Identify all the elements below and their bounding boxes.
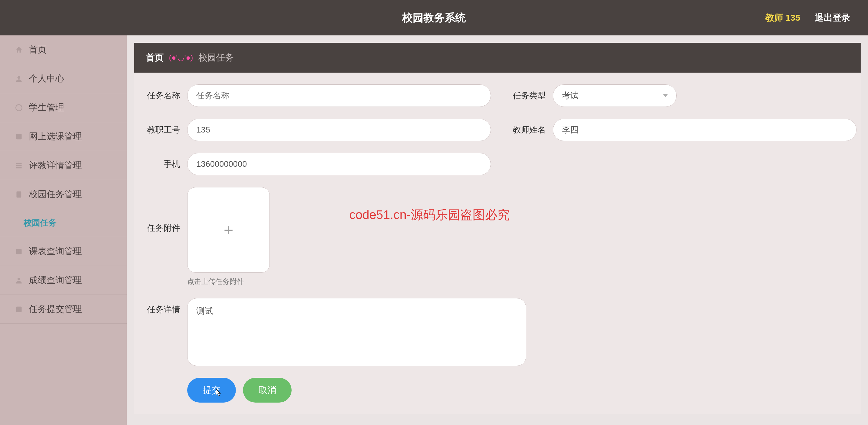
breadcrumb: 首页 (●'◡'●) 校园任务 (134, 43, 861, 73)
sidebar-item-task[interactable]: 校园任务管理 (0, 180, 127, 209)
sidebar-item-personal[interactable]: 个人中心 (0, 64, 127, 93)
calendar-icon (15, 247, 23, 256)
label-teacher-name: 教师姓名 (508, 124, 553, 136)
home-icon (15, 46, 23, 54)
teacher-name-input[interactable] (553, 119, 857, 141)
svg-point-0 (18, 76, 20, 79)
cancel-button[interactable]: 取消 (243, 378, 291, 403)
sidebar-item-eval[interactable]: 评教详情管理 (0, 151, 127, 180)
svg-rect-4 (16, 165, 22, 166)
topbar: 校园教务系统 教师 135 退出登录 (0, 0, 868, 35)
topbar-right: 教师 135 退出登录 (766, 12, 850, 24)
label-task-type: 任务类型 (508, 90, 553, 101)
svg-point-8 (18, 277, 20, 280)
task-icon (15, 190, 23, 199)
sidebar-item-label: 学生管理 (29, 102, 64, 114)
sidebar-item-submit[interactable]: 任务提交管理 (0, 295, 127, 324)
task-detail-textarea[interactable] (187, 298, 526, 366)
svg-rect-2 (16, 134, 22, 139)
task-form: 任务名称 任务类型 教职工号 教师姓名 (134, 73, 861, 414)
book-icon (15, 133, 23, 141)
chevron-down-icon (663, 94, 668, 97)
sidebar-item-label: 评教详情管理 (29, 159, 82, 171)
svg-rect-5 (16, 167, 22, 168)
upload-attachment-button[interactable]: + (187, 187, 270, 273)
sidebar-item-label: 个人中心 (29, 73, 64, 85)
task-name-input[interactable] (187, 84, 491, 107)
svg-point-1 (16, 105, 22, 111)
label-detail: 任务详情 (143, 298, 187, 315)
sidebar-item-course[interactable]: 网上选课管理 (0, 122, 127, 151)
breadcrumb-emoji: (●'◡'●) (169, 53, 193, 62)
student-icon (15, 104, 23, 112)
svg-rect-7 (16, 249, 22, 254)
breadcrumb-home[interactable]: 首页 (146, 52, 164, 64)
sidebar-item-home[interactable]: 首页 (0, 35, 127, 64)
sidebar-subitem-campus-task[interactable]: 校园任务 (0, 209, 127, 237)
task-type-select[interactable] (553, 84, 677, 107)
sidebar-item-label: 网上选课管理 (29, 131, 82, 143)
content: 首页 (●'◡'●) 校园任务 任务名称 任务类型 (127, 35, 868, 425)
sidebar-item-label: 首页 (29, 44, 46, 56)
logout-link[interactable]: 退出登录 (815, 12, 850, 24)
upload-hint: 点击上传任务附件 (187, 277, 270, 286)
submit-icon (15, 305, 23, 313)
breadcrumb-current: 校园任务 (198, 52, 234, 64)
user-icon (15, 75, 23, 83)
task-type-value[interactable] (553, 84, 677, 107)
sidebar: 首页 个人中心 学生管理 网上选课管理 评教详情管理 校园任务管理 校园任务 课… (0, 35, 127, 425)
label-task-name: 任务名称 (143, 90, 187, 101)
sidebar-item-student[interactable]: 学生管理 (0, 93, 127, 122)
sidebar-item-label: 课表查询管理 (29, 245, 82, 257)
grade-icon (15, 276, 23, 285)
sidebar-item-label: 校园任务管理 (29, 188, 82, 200)
svg-rect-9 (16, 306, 22, 312)
sidebar-item-schedule[interactable]: 课表查询管理 (0, 237, 127, 266)
sidebar-item-label: 成绩查询管理 (29, 274, 82, 286)
sidebar-item-label: 任务提交管理 (29, 303, 82, 315)
attachment-wrap: + 点击上传任务附件 (187, 187, 270, 286)
label-attachment: 任务附件 (143, 187, 187, 234)
plus-icon: + (224, 221, 234, 239)
svg-rect-6 (17, 191, 21, 197)
label-phone: 手机 (143, 159, 187, 170)
app-title: 校园教务系统 (402, 11, 466, 25)
submit-button[interactable]: 提交 (187, 378, 236, 403)
staff-id-input[interactable] (187, 119, 491, 141)
svg-rect-3 (16, 163, 22, 164)
user-info: 教师 135 (766, 12, 800, 24)
list-icon (15, 162, 23, 170)
label-staff-id: 教职工号 (143, 124, 187, 136)
phone-input[interactable] (187, 153, 491, 175)
sidebar-item-grade[interactable]: 成绩查询管理 (0, 266, 127, 295)
